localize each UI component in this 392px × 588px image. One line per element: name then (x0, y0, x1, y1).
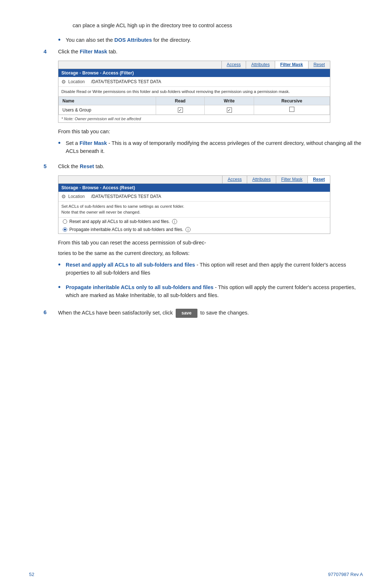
filter-location-label: Location (68, 79, 88, 84)
bullet-dot-reset-2: • (58, 283, 61, 291)
save-button[interactable]: save (176, 309, 197, 318)
step5-suffix: tab. (94, 163, 104, 169)
step-4: 4 Click the Filter Mask tab. (44, 48, 363, 56)
radio-row-2: Propagate inheritable ACLs only to all s… (58, 226, 330, 234)
from-text-reset-1: From this tab you can reset the access p… (58, 239, 363, 247)
step4-prefix: Click the (58, 49, 80, 54)
col-write-header: Write (205, 97, 254, 105)
tab-reset-active[interactable]: Reset (307, 176, 330, 183)
step-5-number: 5 (44, 163, 51, 169)
filter-mask-bold: Filter Mask (80, 49, 107, 54)
step6-prefix: When the ACLs have been satisfactorily s… (58, 310, 174, 316)
reset-panel-desc1: Set ACLs of sub-folders and files to sam… (58, 202, 330, 217)
reset-apply-text: Reset and apply all ACLs to all sub-fold… (66, 261, 363, 277)
filter-mask-bullet-rest: - This is a way of temporarily modifying… (66, 140, 361, 154)
bullet-suffix: for the directory. (152, 37, 191, 43)
step-5: 5 Click the Reset tab. (44, 163, 363, 171)
doc-number: 97707987 Rev A (328, 572, 363, 577)
bullet-dos-attributes: • You can also set the DOS Attributes fo… (58, 36, 363, 44)
filter-panel-header: Storage - Browse - Access (Filter) (58, 69, 330, 77)
tab-filter-mask-reset[interactable]: Filter Mask (276, 176, 308, 183)
row-name: Users & Group (59, 105, 156, 115)
from-text-filter: From this tab you can: (58, 128, 363, 136)
info-icon-1[interactable]: i (172, 219, 177, 224)
table-row: Users & Group (59, 105, 330, 115)
step-4-number: 4 (44, 48, 51, 54)
filter-mask-panel: Access Attributes Filter Mask Reset Stor… (58, 61, 330, 123)
step-4-text: Click the Filter Mask tab. (58, 48, 363, 56)
reset-panel-header: Storage - Browse - Access (Reset) (58, 184, 330, 192)
step5-prefix: Click the (58, 163, 80, 169)
filter-mask-bullet-text: Set a Filter Mask - This is a way of tem… (66, 139, 363, 155)
dos-attributes-bold: DOS Attributes (114, 37, 152, 43)
tab-reset-filter[interactable]: Reset (308, 61, 330, 69)
reset-apply-bold: Reset and apply all ACLs to all sub-fold… (66, 262, 195, 268)
radio-button-1[interactable] (63, 219, 67, 224)
col-read-header: Read (156, 97, 204, 105)
bullet-dot-reset-1: • (58, 260, 61, 269)
step-5-text: Click the Reset tab. (58, 163, 363, 171)
filter-location-path: /DATA/TESTDATA/PCS TEST DATA (91, 79, 161, 84)
filter-note: * Note: Owner permission will not be aff… (58, 115, 330, 122)
read-checkbox[interactable] (178, 108, 183, 113)
tab-attributes-reset[interactable]: Attributes (247, 176, 276, 183)
reset-tab-row: Access Attributes Filter Mask Reset (58, 176, 330, 184)
radio-row-1: Reset and apply all ACLs to all sub-fold… (58, 218, 330, 226)
propagate-bold: Propagate inheritable ACLs only to all s… (66, 284, 213, 290)
reset-panel: Access Attributes Filter Mask Reset Stor… (58, 175, 330, 234)
radio-label-1: Reset and apply all ACLs to all sub-fold… (69, 219, 170, 224)
bullet-dot-2: • (58, 139, 61, 147)
step-6-text: When the ACLs have been satisfactorily s… (58, 309, 363, 318)
filter-tab-row: Access Attributes Filter Mask Reset (58, 61, 330, 69)
from-text-reset-2: tories to be the same as the current dir… (58, 250, 363, 256)
info-icon-2[interactable]: i (185, 227, 191, 232)
row-write[interactable] (205, 105, 254, 115)
page-footer: 52 97707987 Rev A (29, 572, 363, 577)
bullet-filter-mask: • Set a Filter Mask - This is a way of t… (58, 139, 363, 155)
propagate-text: Propagate inheritable ACLs only to all s… (66, 284, 363, 300)
filter-mask-bullet-bold: Filter Mask (79, 140, 107, 146)
reset-bold: Reset (80, 163, 94, 169)
bullet-reset-apply: • Reset and apply all ACLs to all sub-fo… (58, 261, 363, 277)
row-read[interactable] (156, 105, 204, 115)
radio-button-2[interactable] (63, 227, 67, 232)
reset-location-label: Location (68, 194, 88, 199)
tab-access-filter[interactable]: Access (221, 61, 246, 69)
col-recursive-header: Recursive (254, 97, 330, 105)
reset-location-row: ⚙ Location /DATA/TESTDATA/PCS TEST DATA (58, 192, 330, 202)
row-recursive[interactable] (254, 105, 330, 115)
filter-location-row: ⚙ Location /DATA/TESTDATA/PCS TEST DATA (58, 77, 330, 87)
bullet-prefix: You can also set the (66, 37, 114, 43)
location-icon-filter: ⚙ (61, 79, 66, 85)
col-name-header: Name (59, 97, 156, 105)
radio-label-2: Propagate inheritable ACLs only to all s… (69, 227, 183, 232)
page-number: 52 (29, 572, 34, 577)
write-checkbox[interactable] (227, 108, 232, 113)
filter-panel-desc: Disable Read or Write permissions on thi… (58, 87, 330, 97)
reset-location-path: /DATA/TESTDATA/PCS TEST DATA (91, 194, 161, 199)
step-6-number: 6 (44, 309, 51, 315)
intro-text: can place a single ACL high up in the di… (73, 22, 363, 30)
recursive-checkbox[interactable] (289, 107, 294, 112)
tab-filter-mask[interactable]: Filter Mask (275, 61, 308, 69)
bullet-text: You can also set the DOS Attributes for … (66, 36, 191, 44)
step4-suffix: tab. (107, 49, 117, 54)
bullet-dot: • (58, 36, 61, 44)
location-icon-reset: ⚙ (61, 194, 66, 199)
bullet-propagate: • Propagate inheritable ACLs only to all… (58, 284, 363, 300)
filter-table: Name Read Write Recursive Users & Group (58, 97, 330, 115)
step-6: 6 When the ACLs have been satisfactorily… (44, 309, 363, 318)
step6-suffix: to save the changes. (199, 310, 249, 316)
tab-attributes-filter[interactable]: Attributes (246, 61, 275, 69)
tab-access-reset[interactable]: Access (222, 176, 247, 183)
